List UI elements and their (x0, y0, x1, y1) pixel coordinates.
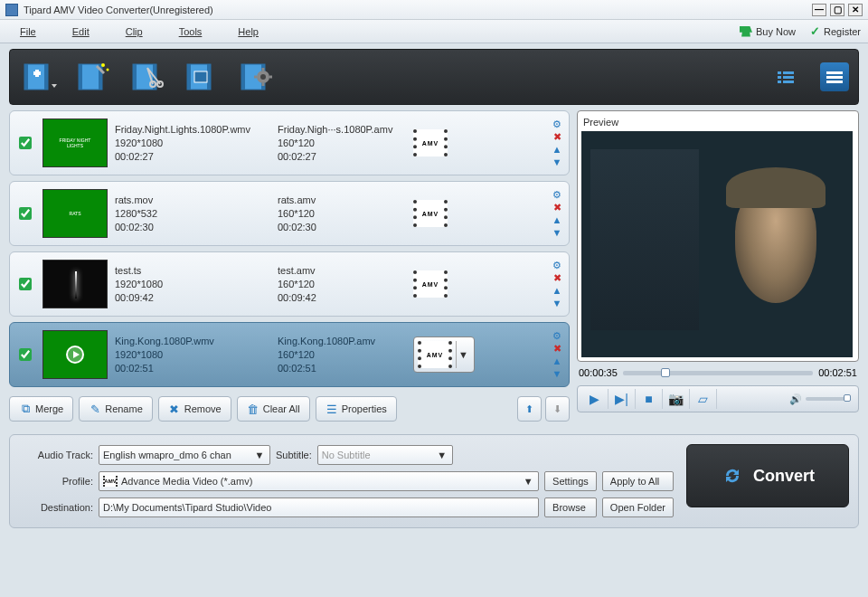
menu-edit[interactable]: Edit (72, 26, 90, 37)
destination-input[interactable]: D:\My Documents\Tipard Studio\Video (99, 498, 539, 517)
convert-button[interactable]: Convert (686, 444, 849, 507)
item-settings-icon[interactable]: ⚙ (551, 118, 563, 129)
view-grid-button[interactable] (771, 62, 800, 91)
item-settings-icon[interactable]: ⚙ (551, 260, 563, 270)
svg-rect-34 (826, 81, 843, 83)
chevron-down-icon[interactable]: ▼ (253, 450, 266, 460)
stop-button[interactable]: ■ (636, 389, 663, 409)
file-checkbox[interactable] (19, 348, 32, 361)
speaker-icon[interactable]: 🔊 (789, 393, 802, 405)
chevron-down-icon[interactable]: ▼ (436, 450, 448, 460)
file-checkbox[interactable] (19, 278, 32, 290)
file-item[interactable]: test.ts 1920*1080 00:09:42 test.amv 160*… (9, 251, 570, 317)
source-info: King.Kong.1080P.wmv 1920*1080 00:02:51 (115, 335, 278, 375)
audio-track-combo[interactable]: English wmapro_dmo 6 chan▼ (99, 445, 270, 465)
item-move-up-icon[interactable]: ▲ (551, 214, 563, 225)
output-duration: 00:02:30 (278, 221, 413, 234)
crop-button[interactable] (182, 57, 222, 97)
svg-rect-30 (778, 81, 781, 83)
register-link[interactable]: ✓ Register (810, 24, 861, 38)
source-info: rats.mov 1280*532 00:02:30 (115, 194, 278, 234)
list-up-button[interactable]: ⬆ (517, 396, 542, 422)
apply-to-all-button[interactable]: Apply to All (602, 471, 674, 491)
file-item-selected[interactable]: King.Kong.1080P.wmv 1920*1080 00:02:51 K… (9, 322, 570, 387)
output-resolution: 160*120 (278, 278, 413, 291)
view-list-button[interactable] (820, 62, 849, 91)
source-resolution: 1920*1080 (115, 348, 278, 362)
item-delete-icon[interactable]: ✖ (551, 202, 563, 213)
item-move-up-icon[interactable]: ▲ (551, 144, 563, 155)
item-controls: ⚙ ✖ ▲ ▼ (551, 260, 563, 308)
item-move-down-icon[interactable]: ▼ (551, 368, 563, 379)
subtitle-combo[interactable]: No Subtitle▼ (317, 445, 453, 465)
source-filename: King.Kong.1080P.wmv (115, 335, 278, 348)
minimize-button[interactable]: — (812, 4, 826, 16)
fullscreen-button[interactable]: ▱ (690, 389, 717, 409)
menu-help[interactable]: Help (238, 26, 259, 37)
effect-button[interactable] (73, 57, 113, 97)
preview-total-time: 00:02:51 (818, 367, 857, 378)
output-resolution: 160*120 (278, 348, 413, 362)
menu-tools[interactable]: Tools (179, 26, 203, 37)
source-filename: Friday.Night.Lights.1080P.wmv (115, 123, 278, 137)
volume-slider[interactable] (806, 397, 851, 401)
item-settings-icon[interactable]: ⚙ (551, 330, 563, 341)
merge-button[interactable]: ⧉Merge (9, 396, 73, 422)
merge-label: Merge (35, 403, 63, 414)
step-button[interactable]: ▶| (609, 389, 636, 409)
properties-button[interactable]: ☰Properties (316, 396, 397, 422)
file-item[interactable]: FRIDAY NIGHTLIGHTS Friday.Night.Lights.1… (9, 110, 570, 175)
item-delete-icon[interactable]: ✖ (551, 272, 563, 283)
format-dropdown-icon[interactable]: ▼ (456, 341, 470, 368)
volume-thumb[interactable] (844, 394, 851, 402)
output-duration: 00:09:42 (278, 291, 413, 305)
preview-current-time: 00:00:35 (579, 367, 618, 378)
file-item[interactable]: RATS rats.mov 1280*532 00:02:30 rats.amv… (9, 181, 570, 246)
item-settings-icon[interactable]: ⚙ (551, 189, 563, 200)
list-down-button[interactable]: ⬇ (545, 396, 570, 422)
apply-btn-label: Apply to All (610, 476, 659, 487)
file-list: FRIDAY NIGHTLIGHTS Friday.Night.Lights.1… (9, 110, 570, 425)
preview-seek-bar[interactable] (623, 371, 813, 375)
format-selector[interactable]: AMV▼ (413, 336, 475, 373)
register-label: Register (824, 26, 861, 37)
rename-button[interactable]: ✎Rename (79, 396, 153, 422)
item-move-down-icon[interactable]: ▼ (551, 227, 563, 238)
trim-button[interactable] (127, 57, 167, 97)
chevron-down-icon[interactable]: ▼ (522, 476, 534, 487)
play-button[interactable]: ▶ (581, 389, 609, 409)
clear-all-button[interactable]: 🗑Clear All (237, 396, 310, 422)
check-icon: ✓ (810, 24, 820, 38)
buy-now-link[interactable]: Buy Now (740, 26, 796, 37)
item-move-down-icon[interactable]: ▼ (551, 298, 563, 308)
item-delete-icon[interactable]: ✖ (551, 343, 563, 354)
output-filename: rats.amv (278, 194, 413, 207)
snapshot-button[interactable]: 📷 (663, 389, 690, 409)
add-file-button[interactable] (19, 57, 59, 97)
browse-button[interactable]: Browse (544, 498, 597, 517)
item-move-up-icon[interactable]: ▲ (551, 285, 563, 296)
item-delete-icon[interactable]: ✖ (551, 131, 563, 142)
item-move-down-icon[interactable]: ▼ (551, 156, 563, 167)
convert-icon (721, 464, 744, 488)
destination-value: D:\My Documents\Tipard Studio\Video (103, 502, 534, 513)
file-thumbnail (42, 260, 108, 308)
maximize-button[interactable]: ▢ (830, 4, 844, 16)
file-checkbox[interactable] (19, 207, 32, 220)
seek-thumb[interactable] (661, 368, 670, 377)
profile-combo[interactable]: AMVAdvance Media Video (*.amv)▼ (99, 471, 539, 491)
file-checkbox[interactable] (19, 137, 32, 149)
clear-all-label: Clear All (263, 403, 300, 414)
preferences-button[interactable] (236, 57, 276, 97)
menu-file[interactable]: File (20, 26, 36, 37)
preview-video[interactable] (581, 131, 853, 357)
output-info: King.Kong.1080P.amv 160*120 00:02:51 (278, 335, 413, 375)
settings-button[interactable]: Settings (544, 471, 597, 491)
menu-clip[interactable]: Clip (126, 26, 143, 37)
open-folder-button[interactable]: Open Folder (602, 498, 674, 517)
item-move-up-icon[interactable]: ▲ (551, 355, 563, 366)
output-resolution: 160*120 (278, 207, 413, 221)
close-button[interactable]: ✕ (848, 4, 863, 16)
remove-button[interactable]: ✖Remove (158, 396, 231, 422)
cart-icon (740, 26, 752, 37)
